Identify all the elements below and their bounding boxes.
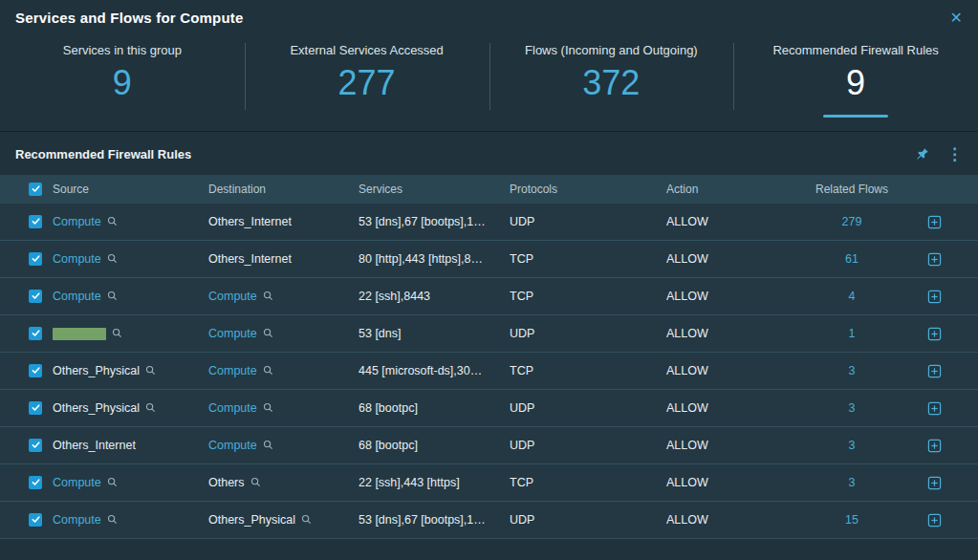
source-value[interactable]: Compute: [53, 215, 101, 228]
source-value[interactable]: Compute: [53, 290, 101, 303]
services-cell: 22 [ssh],443 [https]: [359, 476, 510, 489]
related-flows-value[interactable]: 279: [842, 215, 862, 228]
expand-rule-icon[interactable]: [927, 364, 955, 378]
protocols-cell: TCP: [510, 476, 666, 489]
destination-value[interactable]: Others: [208, 476, 245, 489]
table-row: Compute Others_Physical 53 [dns],67 [boo…: [0, 502, 978, 539]
related-flows-value[interactable]: 4: [849, 290, 856, 303]
source-value[interactable]: Others_Physical: [53, 401, 140, 415]
stat-external-services[interactable]: External Services Accessed 277: [245, 37, 489, 118]
close-icon[interactable]: ✕: [950, 11, 963, 26]
magnifier-icon[interactable]: [145, 402, 156, 413]
destination-value[interactable]: Others_Internet: [208, 252, 292, 266]
source-value[interactable]: Compute: [53, 476, 101, 489]
source-value[interactable]: Compute: [53, 252, 101, 266]
redacted-source-mask[interactable]: [53, 328, 106, 340]
related-flows-value[interactable]: 3: [849, 401, 856, 415]
expand-rule-icon[interactable]: [927, 252, 955, 267]
stat-label: Flows (Incoming and Outgoing): [489, 43, 734, 57]
magnifier-icon[interactable]: [250, 477, 261, 487]
destination-cell: Compute: [208, 364, 359, 377]
row-checkbox[interactable]: [29, 364, 42, 377]
action-value: ALLOW: [666, 513, 708, 527]
magnifier-icon[interactable]: [112, 328, 122, 338]
row-checkbox[interactable]: [29, 513, 42, 527]
destination-value[interactable]: Compute: [208, 364, 257, 377]
services-value: 22 [ssh],443 [https]: [359, 476, 460, 489]
stat-label: Services in this group: [0, 43, 245, 57]
row-checkbox[interactable]: [29, 215, 42, 228]
row-checkbox[interactable]: [29, 476, 42, 489]
col-header-action[interactable]: Action: [666, 183, 814, 196]
related-flows-value[interactable]: 61: [845, 252, 858, 266]
stat-flows[interactable]: Flows (Incoming and Outgoing) 372: [489, 37, 734, 118]
row-checkbox[interactable]: [29, 290, 42, 303]
table-body: Compute Others_Internet 53 [dns],67 [boo…: [0, 204, 978, 539]
magnifier-icon[interactable]: [301, 514, 312, 525]
related-flows-value[interactable]: 15: [845, 513, 858, 527]
related-flows-cell: 1: [814, 327, 890, 340]
related-flows-cell: 3: [814, 476, 890, 489]
magnifier-icon[interactable]: [107, 477, 118, 487]
stat-recommended-firewall-rules[interactable]: Recommended Firewall Rules 9: [733, 37, 978, 118]
source-value[interactable]: Others_Internet: [53, 439, 136, 452]
magnifier-icon[interactable]: [107, 514, 118, 525]
kebab-menu-icon[interactable]: ⋮: [946, 146, 963, 162]
col-header-source[interactable]: Source: [53, 183, 208, 196]
protocols-cell: TCP: [510, 290, 666, 303]
magnifier-icon[interactable]: [263, 402, 273, 413]
expand-rule-icon[interactable]: [927, 476, 955, 490]
magnifier-icon[interactable]: [107, 253, 118, 264]
col-header-services[interactable]: Services: [359, 183, 510, 196]
protocols-value: TCP: [510, 290, 533, 303]
expand-rule-icon[interactable]: [927, 327, 955, 341]
magnifier-icon[interactable]: [263, 291, 273, 301]
select-all-checkbox[interactable]: [29, 183, 42, 196]
magnifier-icon[interactable]: [145, 365, 156, 376]
magnifier-icon[interactable]: [263, 440, 273, 450]
col-header-protocols[interactable]: Protocols: [510, 183, 666, 196]
action-value: ALLOW: [666, 252, 708, 266]
row-checkbox[interactable]: [29, 401, 42, 415]
action-cell: ALLOW: [666, 476, 814, 489]
related-flows-cell: 3: [814, 439, 890, 452]
magnifier-icon[interactable]: [107, 216, 118, 226]
services-cell: 68 [bootpc]: [359, 439, 510, 452]
source-value[interactable]: Compute: [53, 513, 101, 527]
expand-rule-icon[interactable]: [927, 290, 955, 304]
stats-row: Services in this group 9 External Servic…: [0, 28, 978, 118]
row-checkbox[interactable]: [29, 327, 42, 340]
related-flows-value[interactable]: 3: [849, 439, 856, 452]
services-value: 80 [http],443 [https],8…: [359, 252, 483, 266]
destination-value[interactable]: Others_Internet: [208, 215, 292, 228]
protocols-value: UDP: [510, 327, 534, 340]
source-value[interactable]: Others_Physical: [53, 364, 140, 377]
magnifier-icon[interactable]: [107, 291, 118, 301]
protocols-value: UDP: [510, 439, 534, 452]
destination-value[interactable]: Compute: [208, 327, 257, 340]
related-flows-value[interactable]: 3: [849, 476, 856, 489]
expand-rule-icon[interactable]: [927, 401, 955, 416]
row-checkbox[interactable]: [29, 252, 42, 266]
col-header-related-flows[interactable]: Related Flows: [814, 183, 890, 196]
source-cell: Others_Physical: [53, 364, 208, 377]
destination-value[interactable]: Compute: [208, 290, 257, 303]
magnifier-icon[interactable]: [263, 365, 273, 376]
destination-value[interactable]: Others_Physical: [208, 513, 295, 527]
expand-rule-icon[interactable]: [927, 439, 955, 453]
col-header-destination[interactable]: Destination: [208, 183, 359, 196]
magnifier-icon[interactable]: [263, 328, 273, 338]
action-cell: ALLOW: [666, 252, 814, 266]
destination-value[interactable]: Compute: [208, 401, 257, 415]
related-flows-value[interactable]: 1: [849, 327, 856, 340]
expand-rule-icon[interactable]: [927, 513, 955, 528]
protocols-value: UDP: [510, 215, 534, 228]
stat-services-in-group[interactable]: Services in this group 9: [0, 37, 245, 118]
protocols-cell: UDP: [510, 401, 666, 415]
expand-rule-icon[interactable]: [927, 215, 955, 229]
row-checkbox[interactable]: [29, 439, 42, 452]
pushpin-icon[interactable]: [915, 147, 929, 162]
services-cell: 53 [dns],67 [bootps],1…: [359, 215, 510, 228]
destination-value[interactable]: Compute: [208, 439, 257, 452]
related-flows-value[interactable]: 3: [849, 364, 856, 377]
